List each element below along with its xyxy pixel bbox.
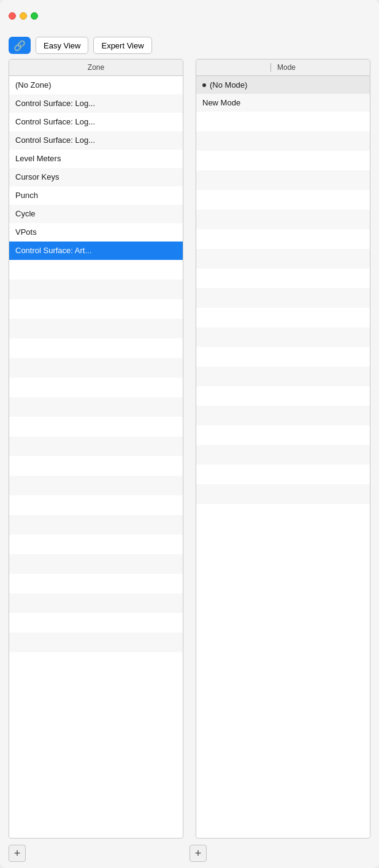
list-item[interactable]: Control Surface: Log... <box>9 113 183 131</box>
empty-row <box>196 308 370 327</box>
maximize-button[interactable] <box>31 12 38 20</box>
link-icon: 🔗 <box>13 40 26 51</box>
empty-row <box>9 417 183 436</box>
zone-panel: Zone (No Zone) Control Surface: Log... C… <box>9 59 183 839</box>
close-button[interactable] <box>9 12 16 20</box>
footer: + + <box>0 839 379 868</box>
main-window: 🔗 Easy View Expert View Zone (No Zone) C… <box>0 0 379 868</box>
link-button[interactable]: 🔗 <box>9 37 31 54</box>
empty-row <box>196 112 370 131</box>
panels-container: Zone (No Zone) Control Surface: Log... C… <box>9 59 370 839</box>
empty-row <box>9 515 183 535</box>
empty-row <box>9 535 183 554</box>
empty-row <box>196 425 370 445</box>
minimize-button[interactable] <box>20 12 27 20</box>
empty-row <box>196 386 370 406</box>
mode-panel: Mode (No Mode) New Mode <box>196 59 370 839</box>
empty-row <box>9 554 183 574</box>
list-item[interactable]: Level Meters <box>9 150 183 168</box>
list-item[interactable]: Control Surface: Log... <box>9 131 183 150</box>
empty-row <box>9 476 183 495</box>
empty-row <box>9 319 183 338</box>
empty-row <box>196 170 370 190</box>
empty-row <box>9 338 183 358</box>
expert-view-button[interactable]: Expert View <box>93 37 151 54</box>
empty-row <box>196 190 370 210</box>
empty-row <box>9 358 183 378</box>
empty-row <box>196 249 370 268</box>
easy-view-button[interactable]: Easy View <box>36 37 88 54</box>
empty-row <box>196 229 370 249</box>
empty-row <box>196 465 370 484</box>
empty-row <box>196 327 370 347</box>
footer-right: + <box>190 845 370 862</box>
list-item[interactable]: (No Zone) <box>9 76 183 94</box>
empty-row <box>9 378 183 397</box>
empty-row <box>9 633 183 652</box>
add-mode-button[interactable]: + <box>190 845 207 862</box>
empty-row <box>196 151 370 170</box>
empty-row <box>196 268 370 288</box>
content-area: Zone (No Zone) Control Surface: Log... C… <box>0 59 379 839</box>
titlebar <box>0 0 379 32</box>
zone-list[interactable]: (No Zone) Control Surface: Log... Contro… <box>9 76 183 838</box>
empty-row <box>9 593 183 613</box>
mode-item-no-mode[interactable]: (No Mode) <box>196 76 370 94</box>
mode-item-label: New Mode <box>202 98 240 107</box>
empty-row <box>196 288 370 308</box>
list-item[interactable]: Control Surface: Log... <box>9 94 183 113</box>
empty-row <box>9 436 183 456</box>
toolbar: 🔗 Easy View Expert View <box>0 32 379 59</box>
zone-panel-header: Zone <box>9 59 183 76</box>
empty-row <box>9 280 183 299</box>
list-item[interactable]: VPots <box>9 223 183 242</box>
empty-row <box>196 406 370 425</box>
empty-row <box>9 260 183 280</box>
list-item[interactable]: Punch <box>9 186 183 205</box>
empty-row <box>9 574 183 593</box>
empty-row <box>9 397 183 417</box>
empty-row <box>9 456 183 476</box>
empty-row <box>9 613 183 633</box>
list-item-selected[interactable]: Control Surface: Art... <box>9 242 183 260</box>
traffic-lights <box>9 12 38 20</box>
mode-item-new-mode[interactable]: New Mode <box>196 94 370 112</box>
mode-list[interactable]: (No Mode) New Mode <box>196 76 370 838</box>
empty-row <box>196 367 370 386</box>
mode-dot-icon <box>202 83 206 87</box>
empty-row <box>196 131 370 151</box>
empty-row <box>9 299 183 319</box>
mode-item-label: (No Mode) <box>210 80 247 89</box>
empty-row <box>196 210 370 229</box>
list-item[interactable]: Cycle <box>9 205 183 223</box>
empty-row <box>196 445 370 465</box>
list-item[interactable]: Cursor Keys <box>9 168 183 186</box>
empty-row <box>196 347 370 367</box>
empty-row <box>196 484 370 504</box>
mode-panel-header: Mode <box>196 59 370 76</box>
add-zone-button[interactable]: + <box>9 845 26 862</box>
empty-row <box>9 495 183 515</box>
footer-left: + <box>9 845 190 862</box>
